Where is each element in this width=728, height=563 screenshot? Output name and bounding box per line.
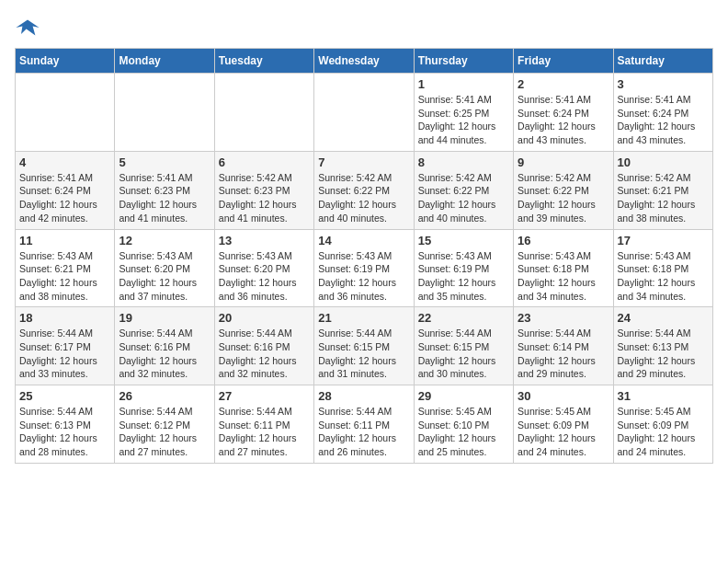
- calendar-cell: 9Sunrise: 5:42 AM Sunset: 6:22 PM Daylig…: [514, 151, 613, 229]
- day-info: Sunrise: 5:43 AM Sunset: 6:18 PM Dayligh…: [518, 249, 609, 304]
- day-of-week-header: Tuesday: [214, 49, 313, 74]
- day-number: 19: [119, 311, 210, 325]
- day-of-week-header: Friday: [514, 49, 613, 74]
- calendar-cell: 24Sunrise: 5:44 AM Sunset: 6:13 PM Dayli…: [613, 307, 712, 385]
- calendar-cell: 10Sunrise: 5:42 AM Sunset: 6:21 PM Dayli…: [613, 151, 712, 229]
- day-number: 20: [219, 311, 310, 325]
- day-number: 18: [19, 311, 110, 325]
- day-number: 11: [19, 234, 110, 247]
- calendar-cell: 25Sunrise: 5:44 AM Sunset: 6:13 PM Dayli…: [16, 385, 115, 464]
- calendar-cell: 16Sunrise: 5:43 AM Sunset: 6:18 PM Dayli…: [514, 229, 613, 307]
- day-number: 9: [518, 155, 609, 169]
- day-number: 30: [518, 389, 609, 403]
- calendar-header: SundayMondayTuesdayWednesdayThursdayFrid…: [16, 49, 713, 74]
- day-number: 1: [418, 77, 509, 91]
- calendar-cell: 21Sunrise: 5:44 AM Sunset: 6:15 PM Dayli…: [314, 307, 414, 385]
- day-info: Sunrise: 5:41 AM Sunset: 6:25 PM Dayligh…: [418, 93, 509, 147]
- day-info: Sunrise: 5:44 AM Sunset: 6:11 PM Dayligh…: [219, 405, 310, 459]
- day-number: 24: [618, 311, 709, 325]
- day-number: 16: [518, 234, 609, 247]
- calendar-cell: 28Sunrise: 5:44 AM Sunset: 6:11 PM Dayli…: [314, 385, 414, 464]
- svg-marker-0: [16, 20, 39, 36]
- calendar-cell: 19Sunrise: 5:44 AM Sunset: 6:16 PM Dayli…: [115, 307, 214, 385]
- calendar-cell: 30Sunrise: 5:45 AM Sunset: 6:09 PM Dayli…: [514, 385, 613, 464]
- day-info: Sunrise: 5:41 AM Sunset: 6:24 PM Dayligh…: [19, 171, 110, 225]
- day-info: Sunrise: 5:45 AM Sunset: 6:10 PM Dayligh…: [418, 405, 509, 459]
- day-info: Sunrise: 5:42 AM Sunset: 6:22 PM Dayligh…: [318, 171, 409, 225]
- day-number: 13: [219, 234, 310, 247]
- calendar-week-row: 25Sunrise: 5:44 AM Sunset: 6:13 PM Dayli…: [16, 385, 713, 464]
- calendar-week-row: 4Sunrise: 5:41 AM Sunset: 6:24 PM Daylig…: [16, 151, 713, 229]
- day-number: 15: [418, 234, 509, 247]
- day-number: 28: [318, 389, 409, 403]
- day-number: 31: [618, 389, 709, 403]
- day-info: Sunrise: 5:41 AM Sunset: 6:23 PM Dayligh…: [119, 171, 210, 225]
- day-number: 26: [119, 389, 210, 403]
- day-number: 21: [318, 311, 409, 325]
- calendar-cell: 3Sunrise: 5:41 AM Sunset: 6:24 PM Daylig…: [613, 74, 712, 152]
- day-of-week-header: Saturday: [613, 49, 712, 74]
- calendar-cell: 13Sunrise: 5:43 AM Sunset: 6:20 PM Dayli…: [214, 229, 313, 307]
- calendar-cell: 23Sunrise: 5:44 AM Sunset: 6:14 PM Dayli…: [514, 307, 613, 385]
- calendar-cell: [314, 74, 414, 152]
- calendar-cell: 29Sunrise: 5:45 AM Sunset: 6:10 PM Dayli…: [414, 385, 513, 464]
- day-number: 12: [119, 234, 210, 247]
- day-number: 10: [618, 155, 709, 169]
- calendar-cell: 7Sunrise: 5:42 AM Sunset: 6:22 PM Daylig…: [314, 151, 414, 229]
- day-number: 6: [219, 155, 310, 169]
- calendar-cell: 27Sunrise: 5:44 AM Sunset: 6:11 PM Dayli…: [214, 385, 313, 464]
- day-number: 27: [219, 389, 310, 403]
- day-info: Sunrise: 5:45 AM Sunset: 6:09 PM Dayligh…: [518, 405, 609, 459]
- calendar-week-row: 11Sunrise: 5:43 AM Sunset: 6:21 PM Dayli…: [16, 229, 713, 307]
- calendar-table: SundayMondayTuesdayWednesdayThursdayFrid…: [15, 48, 713, 464]
- calendar-cell: 18Sunrise: 5:44 AM Sunset: 6:17 PM Dayli…: [16, 307, 115, 385]
- day-info: Sunrise: 5:44 AM Sunset: 6:12 PM Dayligh…: [119, 405, 210, 459]
- calendar-cell: 11Sunrise: 5:43 AM Sunset: 6:21 PM Dayli…: [16, 229, 115, 307]
- day-info: Sunrise: 5:44 AM Sunset: 6:13 PM Dayligh…: [618, 327, 709, 381]
- page-header: [15, 15, 713, 40]
- calendar-cell: 31Sunrise: 5:45 AM Sunset: 6:09 PM Dayli…: [613, 385, 712, 464]
- day-of-week-header: Monday: [115, 49, 214, 74]
- day-of-week-header: Thursday: [414, 49, 513, 74]
- calendar-cell: 17Sunrise: 5:43 AM Sunset: 6:18 PM Dayli…: [613, 229, 712, 307]
- day-number: 4: [19, 155, 110, 169]
- calendar-cell: 5Sunrise: 5:41 AM Sunset: 6:23 PM Daylig…: [115, 151, 214, 229]
- calendar-cell: 12Sunrise: 5:43 AM Sunset: 6:20 PM Dayli…: [115, 229, 214, 307]
- day-number: 8: [418, 155, 509, 169]
- day-number: 22: [418, 311, 509, 325]
- day-info: Sunrise: 5:43 AM Sunset: 6:19 PM Dayligh…: [418, 249, 509, 304]
- day-info: Sunrise: 5:41 AM Sunset: 6:24 PM Dayligh…: [618, 93, 709, 147]
- calendar-cell: 15Sunrise: 5:43 AM Sunset: 6:19 PM Dayli…: [414, 229, 513, 307]
- day-info: Sunrise: 5:44 AM Sunset: 6:13 PM Dayligh…: [19, 405, 110, 459]
- calendar-cell: 2Sunrise: 5:41 AM Sunset: 6:24 PM Daylig…: [514, 74, 613, 152]
- day-number: 2: [518, 77, 609, 91]
- day-info: Sunrise: 5:42 AM Sunset: 6:22 PM Dayligh…: [518, 171, 609, 225]
- calendar-cell: 6Sunrise: 5:42 AM Sunset: 6:23 PM Daylig…: [214, 151, 313, 229]
- day-number: 5: [119, 155, 210, 169]
- day-info: Sunrise: 5:43 AM Sunset: 6:20 PM Dayligh…: [219, 249, 310, 304]
- day-info: Sunrise: 5:44 AM Sunset: 6:16 PM Dayligh…: [219, 327, 310, 381]
- day-number: 29: [418, 389, 509, 403]
- day-info: Sunrise: 5:44 AM Sunset: 6:14 PM Dayligh…: [518, 327, 609, 381]
- logo-bird-icon: [15, 15, 40, 40]
- calendar-week-row: 1Sunrise: 5:41 AM Sunset: 6:25 PM Daylig…: [16, 74, 713, 152]
- day-of-week-header: Wednesday: [314, 49, 414, 74]
- calendar-cell: 20Sunrise: 5:44 AM Sunset: 6:16 PM Dayli…: [214, 307, 313, 385]
- day-info: Sunrise: 5:42 AM Sunset: 6:22 PM Dayligh…: [418, 171, 509, 225]
- day-number: 7: [318, 155, 409, 169]
- calendar-cell: 8Sunrise: 5:42 AM Sunset: 6:22 PM Daylig…: [414, 151, 513, 229]
- day-info: Sunrise: 5:44 AM Sunset: 6:17 PM Dayligh…: [19, 327, 110, 381]
- calendar-cell: 22Sunrise: 5:44 AM Sunset: 6:15 PM Dayli…: [414, 307, 513, 385]
- calendar-cell: [115, 74, 214, 152]
- day-number: 3: [618, 77, 709, 91]
- day-info: Sunrise: 5:42 AM Sunset: 6:23 PM Dayligh…: [219, 171, 310, 225]
- day-number: 23: [518, 311, 609, 325]
- day-info: Sunrise: 5:44 AM Sunset: 6:16 PM Dayligh…: [119, 327, 210, 381]
- day-number: 25: [19, 389, 110, 403]
- logo: [15, 15, 44, 40]
- calendar-cell: [214, 74, 313, 152]
- calendar-cell: [16, 74, 115, 152]
- calendar-cell: 4Sunrise: 5:41 AM Sunset: 6:24 PM Daylig…: [16, 151, 115, 229]
- day-info: Sunrise: 5:43 AM Sunset: 6:21 PM Dayligh…: [19, 249, 110, 304]
- day-number: 14: [318, 234, 409, 247]
